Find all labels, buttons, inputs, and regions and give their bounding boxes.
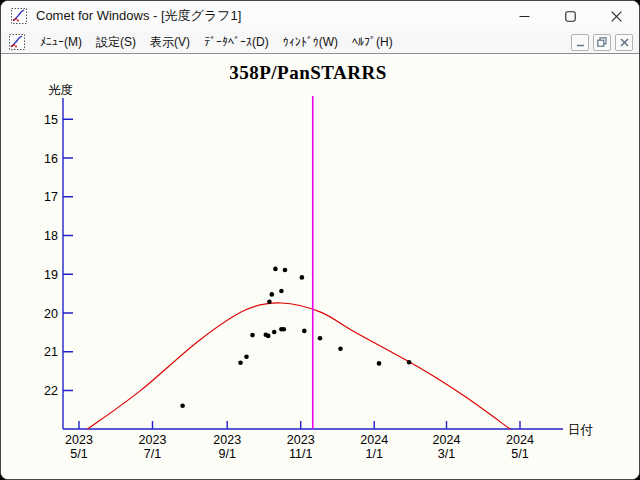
y-tick-label: 19 [44,268,58,282]
menu-item-settings[interactable]: 設定(S) [89,31,143,54]
app-window: Comet for Windows - [光度グラフ1] ﾒﾆｭｰ(M) 設定(… [0,0,640,480]
data-point [238,360,243,365]
data-point [273,267,278,272]
x-tick-label-year: 2023 [65,433,93,447]
data-point [318,336,323,341]
data-point [407,360,412,365]
x-tick-label-year: 2024 [360,433,388,447]
chart-title: 358P/PanSTARRS [229,62,387,83]
menu-item-menu[interactable]: ﾒﾆｭｰ(M) [33,32,89,52]
menu-item-window[interactable]: ｳｨﾝﾄﾞｳ(W) [276,32,345,52]
mdi-window-controls [571,34,633,51]
data-point [266,334,271,339]
data-point [282,327,287,332]
x-axis-label: 日付 [568,423,594,437]
data-point [267,300,272,305]
model-curve [87,303,510,429]
light-curve-chart: 358P/PanSTARRS光度日付151617181920212220235/… [1,54,639,479]
menu-item-database[interactable]: ﾃﾞｰﾀﾍﾞｰｽ(D) [197,32,276,52]
document-chart-icon [9,34,25,50]
window-controls [501,1,639,31]
x-tick-label-date: 1/1 [366,447,383,461]
data-point [377,361,382,366]
y-tick-label: 15 [44,113,58,127]
x-tick-label-date: 5/1 [70,447,87,461]
x-tick-label-date: 7/1 [144,447,161,461]
data-point [270,292,275,297]
menu-item-help[interactable]: ﾍﾙﾌﾟ(H) [345,32,400,52]
x-tick-label-date: 3/1 [438,447,455,461]
data-point [180,403,185,408]
maximize-button[interactable] [547,1,593,31]
app-icon [11,8,27,24]
x-tick-label-date: 9/1 [219,447,236,461]
x-tick-label-year: 2024 [433,433,461,447]
y-tick-label: 18 [44,229,58,243]
mdi-minimize-button[interactable] [571,34,589,51]
close-button[interactable] [593,1,639,31]
mdi-restore-button[interactable] [593,34,611,51]
y-axis-label: 光度 [48,83,73,97]
data-point [244,355,249,360]
data-point [272,330,277,335]
x-tick-label-year: 2023 [287,433,315,447]
y-tick-label: 20 [44,307,58,321]
data-point [338,346,343,351]
y-tick-label: 17 [44,190,58,204]
data-point [279,289,284,294]
window-title: Comet for Windows - [光度グラフ1] [36,7,241,25]
y-tick-label: 21 [44,345,58,359]
data-point [283,268,288,273]
y-tick-label: 22 [44,384,58,398]
x-tick-label-date: 5/1 [511,447,528,461]
x-tick-label-date: 11/1 [289,447,312,461]
title-bar: Comet for Windows - [光度グラフ1] [1,1,639,31]
data-point [300,275,305,280]
x-tick-label-year: 2023 [213,433,241,447]
minimize-button[interactable] [501,1,547,31]
menu-item-view[interactable]: 表示(V) [143,31,197,54]
data-point [302,329,307,334]
y-tick-label: 16 [44,152,58,166]
chart-client-area: 358P/PanSTARRS光度日付151617181920212220235/… [1,54,639,479]
x-tick-label-year: 2024 [506,433,534,447]
mdi-close-button[interactable] [615,34,633,51]
menu-bar: ﾒﾆｭｰ(M) 設定(S) 表示(V) ﾃﾞｰﾀﾍﾞｰｽ(D) ｳｨﾝﾄﾞｳ(W… [1,31,639,54]
data-point [250,333,255,338]
x-tick-label-year: 2023 [139,433,167,447]
